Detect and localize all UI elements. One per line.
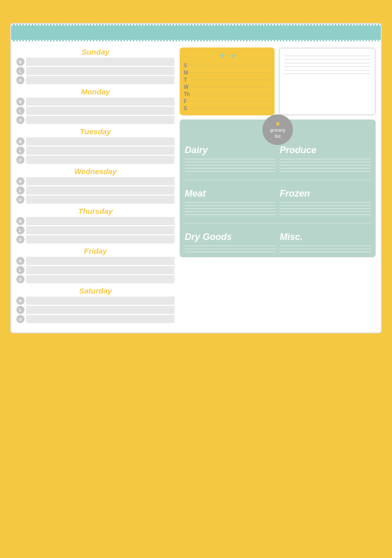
day-section-friday: FridayBLD [16, 247, 175, 283]
grocery-line[interactable] [185, 211, 276, 212]
meal-input-line[interactable] [26, 306, 175, 314]
meal-input-line[interactable] [26, 107, 175, 115]
meal-input-line[interactable] [26, 266, 175, 274]
day-section-monday: MondayBLD [16, 87, 175, 124]
meal-row: L [16, 186, 175, 195]
goals-day-line[interactable] [191, 94, 271, 94]
grocery-line[interactable] [280, 168, 371, 168]
grocery-line[interactable] [185, 168, 276, 168]
day-section-thursday: ThursdayBLD [16, 207, 175, 244]
meal-input-line[interactable] [26, 186, 175, 195]
day-label-wednesday: Wednesday [16, 167, 175, 176]
grocery-line[interactable] [185, 249, 276, 249]
meal-letter-badge: B [16, 217, 24, 225]
grocery-line[interactable] [280, 208, 371, 209]
meal-row: D [16, 235, 175, 244]
goals-day-row: Th [184, 91, 271, 97]
meal-letter-badge: D [16, 235, 24, 244]
meal-letter-badge: B [16, 137, 24, 145]
grocery-section: ★ grocerylist DairyProduceMeatFrozenDry … [180, 119, 376, 257]
left-column: SundayBLDMondayBLDTuesdayBLDWednesdayBLD… [16, 47, 175, 326]
grocery-line[interactable] [280, 162, 371, 162]
right-column: ★ ★ SMTWThFS [180, 47, 376, 326]
meal-letter-badge: L [16, 306, 24, 314]
goals-day-line[interactable] [191, 80, 271, 80]
goals-day-line[interactable] [191, 65, 271, 66]
meal-input-line[interactable] [26, 76, 175, 84]
meal-input-line[interactable] [26, 58, 175, 66]
meal-letter-badge: B [16, 297, 24, 305]
grocery-line[interactable] [280, 202, 371, 203]
grocery-line[interactable] [185, 162, 276, 162]
grocery-category-title: Dry Goods [185, 232, 276, 242]
grocery-line[interactable] [280, 214, 371, 215]
meal-letter-badge: D [16, 76, 24, 84]
meal-rows-friday: BLD [16, 257, 175, 283]
goals-day-row: S [184, 63, 271, 68]
meal-row: D [16, 116, 175, 124]
snack-line [284, 56, 371, 56]
meal-letter-badge: L [16, 107, 24, 115]
meal-input-line[interactable] [26, 257, 175, 265]
grocery-lines [280, 202, 371, 215]
meal-input-line[interactable] [26, 177, 175, 185]
grocery-badge-label: grocerylist [270, 128, 285, 139]
grocery-line[interactable] [185, 252, 276, 252]
goals-day-line[interactable] [191, 108, 271, 109]
meal-row: L [16, 226, 175, 234]
grocery-line[interactable] [185, 165, 276, 165]
grocery-line[interactable] [185, 159, 276, 159]
meal-input-line[interactable] [26, 275, 175, 283]
grocery-line[interactable] [280, 159, 371, 159]
goals-day-line[interactable] [191, 72, 271, 73]
meal-letter-badge: D [16, 196, 24, 204]
meal-input-line[interactable] [26, 67, 175, 75]
meal-input-line[interactable] [26, 235, 175, 244]
meal-rows-wednesday: BLD [16, 177, 175, 204]
grocery-line[interactable] [185, 214, 276, 215]
goals-day-letter: W [184, 84, 189, 90]
snack-line [284, 59, 371, 60]
grocery-line[interactable] [280, 246, 371, 246]
day-label-tuesday: Tuesday [16, 127, 175, 136]
meal-input-line[interactable] [26, 156, 175, 164]
grocery-category-dairy: Dairy [185, 145, 276, 172]
grocery-line[interactable] [185, 205, 276, 206]
goals-day-row: W [184, 84, 271, 90]
goals-days: SMTWThFS [184, 63, 271, 111]
meal-input-line[interactable] [26, 196, 175, 204]
grocery-line[interactable] [280, 249, 371, 249]
grocery-line[interactable] [185, 171, 276, 172]
goals-day-row: S [184, 106, 271, 111]
meal-input-line[interactable] [26, 147, 175, 155]
day-label-monday: Monday [16, 87, 175, 96]
meal-input-line[interactable] [26, 217, 175, 225]
grocery-category-title: Produce [280, 145, 371, 156]
meal-input-line[interactable] [26, 297, 175, 305]
meal-input-line[interactable] [26, 226, 175, 234]
grocery-line[interactable] [280, 211, 371, 212]
snack-lines [284, 56, 371, 74]
grocery-line[interactable] [185, 246, 276, 246]
goals-box: ★ ★ SMTWThFS [180, 47, 275, 115]
meal-input-line[interactable] [26, 315, 175, 323]
goals-day-line[interactable] [191, 101, 271, 102]
page-wrapper: SundayBLDMondayBLDTuesdayBLDWednesdayBLD… [10, 10, 382, 333]
meal-row: B [16, 98, 175, 106]
grocery-line[interactable] [185, 208, 276, 209]
grocery-line[interactable] [280, 205, 371, 206]
meal-input-line[interactable] [26, 116, 175, 124]
goals-day-row: F [184, 99, 271, 104]
meal-row: D [16, 315, 175, 323]
grocery-divider [185, 180, 371, 180]
meal-input-line[interactable] [26, 137, 175, 145]
goals-day-letter: Th [184, 91, 189, 97]
day-label-friday: Friday [16, 247, 175, 255]
grocery-line[interactable] [280, 171, 371, 172]
meal-row: D [16, 156, 175, 164]
goals-day-line[interactable] [191, 87, 271, 87]
grocery-line[interactable] [280, 165, 371, 165]
grocery-line[interactable] [280, 252, 371, 252]
grocery-line[interactable] [185, 202, 276, 203]
meal-input-line[interactable] [26, 98, 175, 106]
